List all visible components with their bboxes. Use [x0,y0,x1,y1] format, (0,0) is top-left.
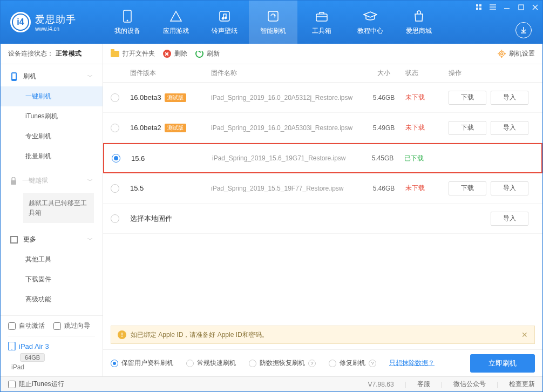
sidebar-item-batch-flash[interactable]: 批量刷机 [1,146,103,166]
help-icon[interactable]: ? [369,360,376,367]
firmware-version: 16.0beta3 [130,93,161,102]
radio-icon[interactable] [111,93,119,102]
table-header: 固件版本 固件名称 大小 状态 操作 [103,64,542,83]
firmware-status: 未下载 [405,93,449,102]
toolbox-icon [315,9,329,23]
delete-button[interactable]: 删除 [162,49,187,58]
flash-icon [266,9,280,23]
sidebar-group-jailbreak[interactable]: 一键越狱 ﹀ [1,171,103,191]
open-folder-button[interactable]: 打开文件夹 [111,49,155,58]
nav-ringtones[interactable]: 铃声壁纸 [200,1,249,44]
option-repair-flash[interactable]: 修复刷机? [329,359,376,368]
close-warning-button[interactable]: ✕ [521,330,528,339]
chevron-down-icon: ﹀ [87,236,93,244]
beta-badge: 测试版 [165,93,186,102]
refresh-button[interactable]: 刷新 [195,49,220,58]
app-name: 爱思助手 [35,13,76,26]
nav-apps[interactable]: 应用游戏 [152,1,200,44]
auto-activate-checkbox[interactable]: 自动激活 [8,321,45,330]
import-button[interactable]: 导入 [491,91,528,105]
phone-icon [10,72,18,81]
sidebar-item-other-tools[interactable]: 其他工具 [1,249,103,269]
sidebar-group-flash[interactable]: 刷机 ﹀ [1,66,103,86]
svg-point-4 [225,17,227,19]
apps-icon [169,9,183,23]
app-url: www.i4.cn [35,26,76,32]
option-keep-data[interactable]: 保留用户资料刷机 [111,359,173,368]
svg-rect-9 [479,4,481,6]
footer-update[interactable]: 检查更新 [509,380,535,389]
table-row[interactable]: 15.5iPad_Spring_2019_15.5_19F77_Restore.… [103,173,542,204]
firmware-status: 未下载 [405,123,449,132]
jailbreak-note: 越狱工具已转移至工具箱 [23,193,94,223]
device-info[interactable]: iPad Air 3 64GB iPad [8,336,95,371]
sidebar-item-itunes-flash[interactable]: iTunes刷机 [1,106,103,126]
nav-my-device[interactable]: 我的设备 [103,1,152,44]
logo-area: i4 爱思助手 www.i4.cn [1,12,103,32]
radio-icon[interactable] [111,184,119,193]
device-type: iPad [11,363,95,371]
import-button[interactable]: 导入 [491,212,528,226]
download-button[interactable]: 下载 [449,91,486,105]
footer: 阻止iTunes运行 V7.98.63 | 客服 | 微信公众号 | 检查更新 [1,376,542,391]
firmware-size: 5.46GB [362,185,405,192]
sidebar-item-pro-flash[interactable]: 专业刷机 [1,126,103,146]
more-icon [10,236,18,244]
option-anti-recovery[interactable]: 防数据恢复刷机? [249,359,316,368]
option-fast-flash[interactable]: 常规快速刷机 [186,359,236,368]
sidebar-item-download-firmware[interactable]: 下载固件 [1,269,103,289]
firmware-size: 5.49GB [362,124,405,132]
list-icon[interactable] [488,3,497,11]
table-row[interactable]: 16.0beta2测试版iPad_Spring_2019_16.0_20A530… [103,113,542,143]
svg-rect-2 [220,11,229,21]
svg-rect-8 [476,4,478,6]
nav-tutorials[interactable]: 教程中心 [346,1,395,44]
flash-settings-button[interactable]: 刷机设置 [498,49,535,58]
footer-wechat[interactable]: 微信公众号 [453,380,486,389]
download-button[interactable]: 下载 [449,121,486,135]
device-icon [120,9,134,23]
nav-store[interactable]: 爱思商城 [395,1,443,44]
main-content: 打开文件夹 删除 刷新 刷机设置 固件版本 固件名称 大小 状态 操作 16.0… [103,44,542,376]
help-icon[interactable]: ? [308,360,316,367]
table-row[interactable]: 16.0beta3测试版iPad_Spring_2019_16.0_20A531… [103,83,542,113]
refresh-icon [195,50,203,58]
nav-toolbox[interactable]: 工具箱 [297,1,346,44]
erase-only-link[interactable]: 只想抹除数据？ [389,359,435,368]
music-icon [218,9,232,23]
svg-rect-5 [268,11,278,21]
sidebar-item-oneclick-flash[interactable]: 一键刷机 [1,86,103,106]
table-row[interactable]: 15.6iPad_Spring_2019_15.6_19G71_Restore.… [103,143,542,173]
firmware-size: 5.45GB [361,154,404,162]
import-button[interactable]: 导入 [491,121,528,135]
nav-flash[interactable]: 智能刷机 [249,1,297,44]
import-button[interactable]: 导入 [491,181,528,195]
radio-icon[interactable] [112,154,120,163]
minimize-button[interactable] [503,3,511,11]
maximize-button[interactable] [517,3,525,11]
flash-options: 保留用户资料刷机 常规快速刷机 防数据恢复刷机? 修复刷机? 只想抹除数据？ 立… [103,349,542,376]
menu-icon[interactable] [474,3,483,11]
ipad-icon [8,342,16,350]
chevron-down-icon: ﹀ [87,177,93,185]
toolbar: 打开文件夹 删除 刷新 刷机设置 [103,44,542,64]
firmware-name: iPad_Spring_2019_16.0_20A5312j_Restore.i… [211,94,362,102]
svg-rect-10 [476,8,478,10]
radio-icon[interactable] [111,214,119,223]
svg-rect-21 [11,180,16,185]
beta-badge: 测试版 [165,124,186,132]
svg-point-1 [127,20,128,21]
flash-now-button[interactable]: 立即刷机 [470,354,535,373]
skip-guide-checkbox[interactable]: 跳过向导 [53,321,90,330]
close-button[interactable] [531,3,539,11]
firmware-status: 未下载 [405,184,449,193]
local-firmware-row[interactable]: 选择本地固件 导入 [103,204,542,234]
download-manager-icon[interactable] [515,22,532,38]
download-button[interactable]: 下载 [449,181,486,195]
footer-service[interactable]: 客服 [417,380,430,389]
svg-point-23 [11,349,12,350]
block-itunes-checkbox[interactable]: 阻止iTunes运行 [8,380,64,389]
sidebar-group-more[interactable]: 更多 ﹀ [1,229,103,249]
radio-icon[interactable] [111,124,119,132]
sidebar-item-advanced[interactable]: 高级功能 [1,289,103,309]
